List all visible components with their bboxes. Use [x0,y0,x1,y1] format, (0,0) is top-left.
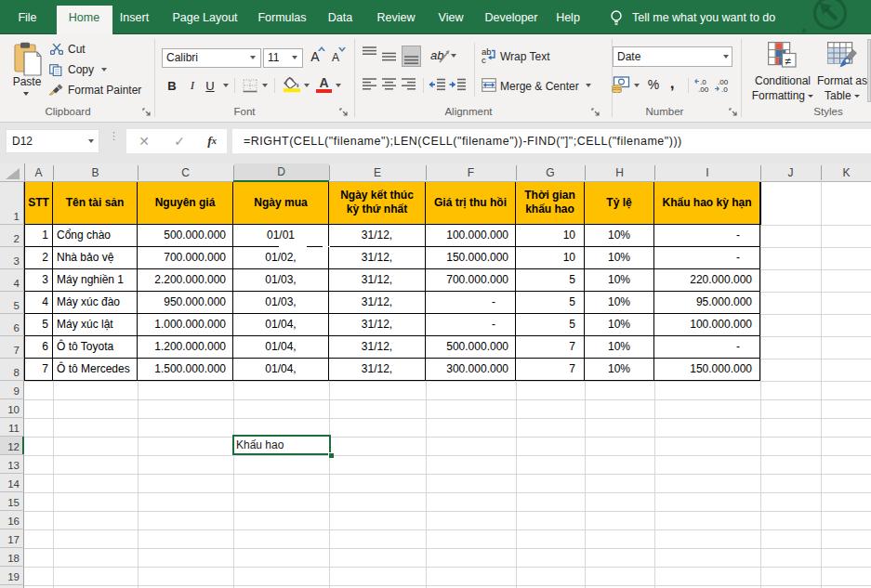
svg-text:≠: ≠ [785,55,792,68]
svg-text:c: c [482,55,486,64]
svg-text:.0: .0 [721,85,728,93]
svg-text:.00: .00 [698,85,709,93]
